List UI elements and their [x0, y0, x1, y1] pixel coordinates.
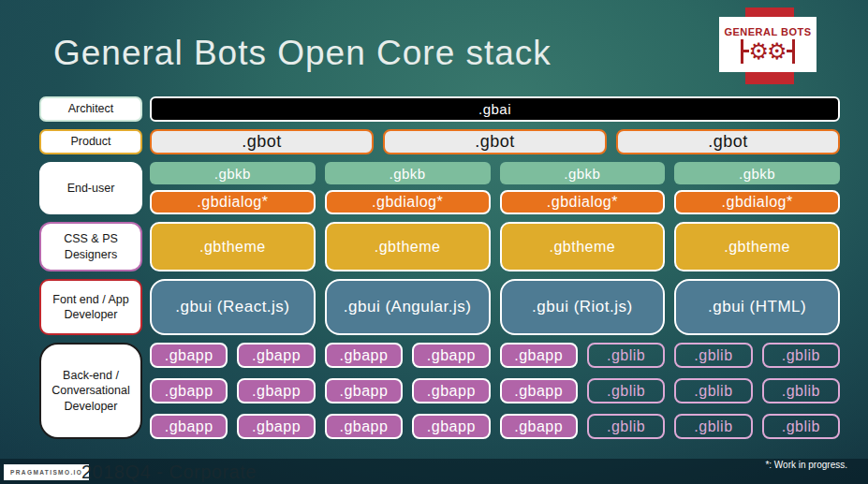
stack-cell-gbtheme: .gbtheme — [325, 222, 491, 271]
stack-line: .gbapp.gbapp.gbapp.gbapp.gbapp.gblib.gbl… — [150, 343, 840, 368]
stack-cell-gbkb: .gbkb — [674, 162, 840, 184]
stack-row-designers: CSS & PS Designers.gbtheme.gbtheme.gbthe… — [39, 222, 840, 271]
row-lines-backend: .gbapp.gbapp.gbapp.gbapp.gbapp.gblib.gbl… — [150, 343, 840, 439]
stack-line: .gbai — [150, 96, 840, 122]
stack-cell-gbapp: .gbapp — [150, 378, 228, 403]
stack-cell-gblib: .gblib — [674, 378, 752, 403]
stack-cell-gbui: .gbui (HTML) — [674, 279, 840, 335]
logo-gears-icon: ⚙ ⚙ — [741, 39, 794, 64]
row-label-architect: Architect — [39, 96, 142, 122]
stack: Architect.gbaiProduct.gbot.gbot.gbotEnd-… — [39, 96, 840, 439]
stack-cell-gbapp: .gbapp — [500, 378, 578, 403]
stack-line: .gbot.gbot.gbot — [150, 129, 840, 154]
stack-cell-gbapp: .gbapp — [325, 378, 403, 403]
row-label-frontend: Font end / App Developer — [39, 279, 142, 335]
stack-cell-gbtheme: .gbtheme — [674, 222, 840, 271]
stack-cell-gbapp: .gbapp — [500, 343, 578, 368]
stack-cell-gblib: .gblib — [587, 414, 665, 439]
stack-cell-gbapp: .gbapp — [237, 378, 315, 403]
stack-cell-gblib: .gblib — [674, 414, 752, 439]
row-label-product: Product — [39, 129, 142, 154]
row-lines-architect: .gbai — [150, 96, 840, 122]
gear-icon: ⚙ — [767, 40, 787, 63]
stack-line: .gbui (React.js).gbui (Angular.js).gbui … — [150, 279, 840, 335]
pragmatismo-badge: PRAGMATISMO.IO — [4, 464, 89, 480]
row-label-end-user: End-user — [39, 162, 142, 214]
stack-cell-gbapp: .gbapp — [412, 414, 490, 439]
stack-cell-gbapp: .gbapp — [150, 343, 228, 368]
stack-row-backend: Back-end / Conversational Developer.gbap… — [39, 343, 840, 439]
stack-cell-gbdialog: .gbdialog* — [150, 190, 316, 214]
stack-cell-gbapp: .gbapp — [325, 414, 403, 439]
footer-caption: 2018Q4 - Corporate — [81, 462, 257, 483]
stack-cell-gbtheme: .gbtheme — [150, 222, 316, 271]
logo-brand-text: GENERAL BOTS — [724, 26, 811, 37]
row-label-designers: CSS & PS Designers — [39, 222, 142, 271]
row-lines-product: .gbot.gbot.gbot — [150, 129, 840, 154]
general-bots-logo: GENERAL BOTS ⚙ ⚙ — [719, 17, 817, 72]
stack-line: .gbapp.gbapp.gbapp.gbapp.gbapp.gblib.gbl… — [150, 414, 840, 439]
stack-cell-gbot: .gbot — [150, 129, 374, 154]
stack-line: .gbapp.gbapp.gbapp.gbapp.gbapp.gblib.gbl… — [150, 378, 840, 403]
stack-cell-gbai: .gbai — [150, 96, 840, 122]
stack-line: .gbtheme.gbtheme.gbtheme.gbtheme — [150, 222, 840, 271]
stack-row-end-user: End-user.gbkb.gbkb.gbkb.gbkb.gbdialog*.g… — [39, 162, 840, 214]
page-title: General Bots Open Core stack — [53, 34, 552, 73]
stack-cell-gbapp: .gbapp — [412, 343, 490, 368]
stack-cell-gbdialog: .gbdialog* — [500, 190, 666, 214]
stack-cell-gbkb: .gbkb — [150, 162, 316, 184]
row-lines-frontend: .gbui (React.js).gbui (Angular.js).gbui … — [150, 279, 840, 335]
stack-cell-gbapp: .gbapp — [325, 343, 403, 368]
stack-cell-gbapp: .gbapp — [412, 378, 490, 403]
stack-cell-gbapp: .gbapp — [237, 343, 315, 368]
stack-cell-gbdialog: .gbdialog* — [674, 190, 840, 214]
row-lines-designers: .gbtheme.gbtheme.gbtheme.gbtheme — [150, 222, 840, 271]
stack-line: .gbkb.gbkb.gbkb.gbkb — [150, 162, 840, 184]
stack-cell-gbkb: .gbkb — [325, 162, 491, 184]
stack-row-frontend: Font end / App Developer.gbui (React.js)… — [39, 279, 840, 335]
stack-cell-gbdialog: .gbdialog* — [325, 190, 491, 214]
row-label-backend: Back-end / Conversational Developer — [39, 343, 142, 439]
stack-cell-gbtheme: .gbtheme — [500, 222, 666, 271]
stack-cell-gblib: .gblib — [762, 414, 840, 439]
stack-cell-gbui: .gbui (React.js) — [150, 279, 316, 335]
stack-cell-gbot: .gbot — [616, 129, 840, 154]
stack-cell-gbkb: .gbkb — [500, 162, 666, 184]
stack-cell-gblib: .gblib — [762, 343, 840, 368]
stack-cell-gbui: .gbui (Angular.js) — [325, 279, 491, 335]
stack-cell-gblib: .gblib — [587, 378, 665, 403]
stack-line: .gbdialog*.gbdialog*.gbdialog*.gbdialog* — [150, 190, 840, 214]
stack-row-architect: Architect.gbai — [39, 96, 840, 122]
work-in-progress-note: *: Work in progress. — [765, 460, 847, 470]
stack-cell-gbui: .gbui (Riot.js) — [500, 279, 666, 335]
slide: General Bots Open Core stack GENERAL BOT… — [0, 0, 868, 484]
stack-cell-gbot: .gbot — [383, 129, 607, 154]
logo-bar-right — [792, 39, 795, 64]
stack-cell-gbapp: .gbapp — [500, 414, 578, 439]
stack-cell-gbapp: .gbapp — [150, 414, 228, 439]
gear-icon: ⚙ — [748, 40, 769, 63]
stack-row-product: Product.gbot.gbot.gbot — [39, 129, 840, 154]
row-lines-end-user: .gbkb.gbkb.gbkb.gbkb.gbdialog*.gbdialog*… — [150, 162, 840, 214]
stack-cell-gblib: .gblib — [762, 378, 840, 403]
stack-cell-gblib: .gblib — [587, 343, 665, 368]
stack-cell-gblib: .gblib — [674, 343, 752, 368]
stack-cell-gbapp: .gbapp — [237, 414, 315, 439]
